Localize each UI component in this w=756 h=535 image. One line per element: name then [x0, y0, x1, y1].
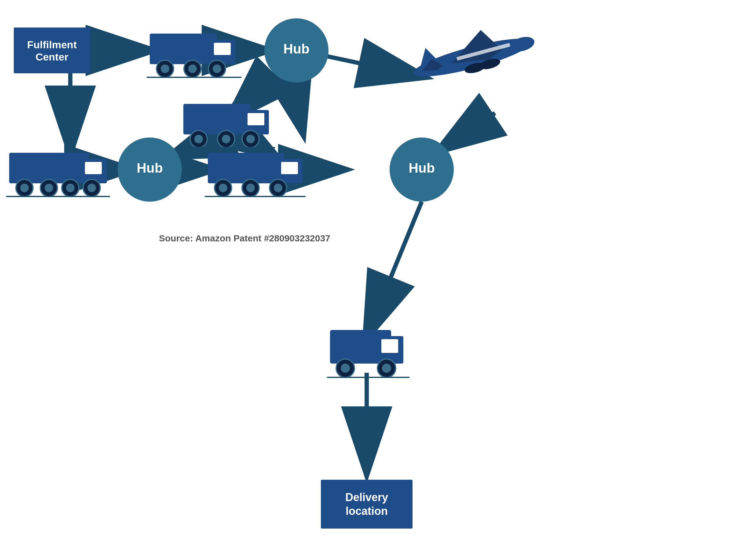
- hub-right: Hub: [390, 137, 454, 202]
- svg-rect-8: [214, 43, 231, 55]
- svg-point-54: [219, 183, 227, 192]
- svg-rect-64: [381, 339, 398, 353]
- svg-point-30: [194, 135, 203, 143]
- svg-point-68: [382, 364, 391, 373]
- hub-top: Hub: [264, 18, 328, 82]
- svg-point-56: [246, 183, 255, 192]
- svg-rect-3: [14, 27, 90, 73]
- diagram-container: Fulfilment Center Hub: [0, 0, 756, 535]
- svg-rect-28: [247, 113, 264, 125]
- delivery-location-node: Delivery location: [321, 480, 412, 529]
- svg-text:Delivery: Delivery: [345, 491, 388, 503]
- svg-text:Hub: Hub: [137, 160, 163, 175]
- svg-point-42: [44, 183, 53, 192]
- svg-point-34: [246, 135, 255, 143]
- hub-middle: Hub: [118, 137, 182, 202]
- svg-rect-38: [85, 162, 102, 174]
- svg-rect-26: [183, 104, 251, 134]
- svg-rect-50: [208, 153, 284, 183]
- svg-text:location: location: [346, 505, 388, 517]
- svg-text:Hub: Hub: [408, 160, 435, 175]
- svg-point-66: [341, 364, 350, 373]
- fulfilment-center-node: Fulfilment Center: [14, 27, 90, 73]
- svg-point-12: [188, 65, 197, 73]
- svg-rect-52: [281, 162, 298, 174]
- svg-point-44: [66, 183, 74, 192]
- svg-text:Center: Center: [36, 51, 69, 63]
- svg-rect-6: [150, 34, 217, 64]
- svg-point-40: [20, 183, 29, 192]
- source-text: Source: Amazon Patent #280903232037: [159, 233, 330, 243]
- svg-rect-70: [321, 480, 412, 529]
- svg-point-58: [274, 183, 282, 192]
- svg-point-14: [213, 65, 221, 73]
- svg-text:Hub: Hub: [283, 41, 310, 56]
- svg-point-32: [222, 135, 230, 143]
- svg-rect-0: [0, 0, 756, 535]
- svg-text:Fulfilment: Fulfilment: [27, 39, 77, 50]
- svg-point-10: [161, 65, 169, 73]
- svg-point-46: [87, 183, 96, 192]
